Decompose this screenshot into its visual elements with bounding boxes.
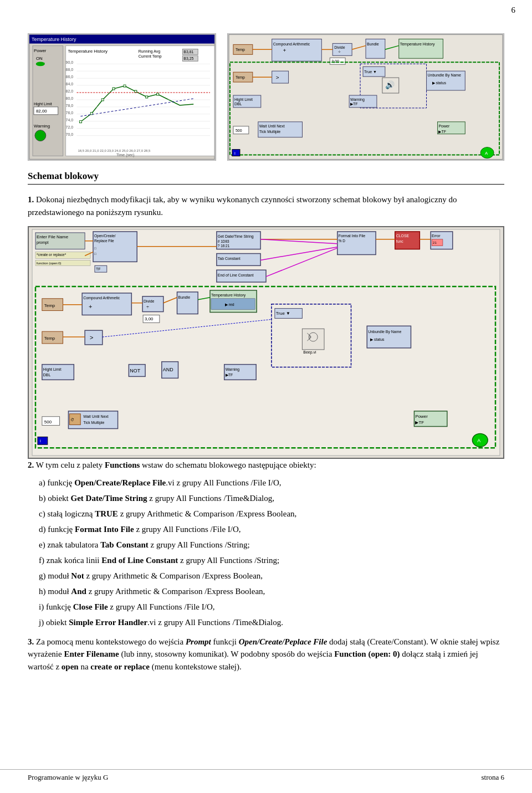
svg-text:Unbundle By Name: Unbundle By Name xyxy=(368,330,401,334)
svg-text:Temp: Temp xyxy=(44,303,55,308)
svg-text:Temperature History: Temperature History xyxy=(32,37,76,42)
svg-text:74,0: 74,0 xyxy=(66,118,74,122)
svg-text:Replace File: Replace File xyxy=(94,239,114,243)
svg-text:i: i xyxy=(40,438,41,443)
svg-text:÷: ÷ xyxy=(146,304,149,310)
svg-rect-15 xyxy=(66,46,214,156)
section-2: 2. W tym celu z palety Functions wstaw d… xyxy=(28,459,504,629)
svg-text:Open/Create/: Open/Create/ xyxy=(94,234,116,238)
svg-text:Beep.vi: Beep.vi xyxy=(303,350,316,355)
svg-text:▶ status: ▶ status xyxy=(370,337,385,341)
svg-text:21: 21 xyxy=(433,241,437,244)
svg-text:76,0: 76,0 xyxy=(66,111,74,115)
svg-text:Current Temp: Current Temp xyxy=(139,54,162,59)
svg-text:Power: Power xyxy=(438,124,449,128)
svg-rect-192 xyxy=(38,437,48,444)
svg-text:Bundle: Bundle xyxy=(367,42,379,46)
svg-text:func: func xyxy=(396,239,404,243)
svg-text:Running Avg: Running Avg xyxy=(139,49,160,54)
svg-rect-40 xyxy=(124,85,126,87)
svg-rect-36 xyxy=(79,121,81,123)
svg-text:Tick Multiple: Tick Multiple xyxy=(83,421,104,425)
svg-text:88,0: 88,0 xyxy=(66,68,74,71)
svg-text:Warning: Warning xyxy=(226,367,240,372)
svg-text:Time (sec): Time (sec) xyxy=(116,153,135,157)
list-item: d) funkcję Format Into File z grupy All … xyxy=(39,523,504,536)
svg-text:Unbundle By Name: Unbundle By Name xyxy=(428,73,462,78)
footer-left: Programowanie w języku G xyxy=(28,773,109,782)
svg-text:Hight Limit: Hight Limit xyxy=(234,98,253,102)
svg-text:78,0: 78,0 xyxy=(66,104,74,108)
svg-text:Temperature History: Temperature History xyxy=(211,293,246,298)
svg-text:÷: ÷ xyxy=(338,49,341,54)
section-header: Schemat blokowy xyxy=(28,171,504,185)
svg-rect-163 xyxy=(85,330,103,345)
svg-text:function (open:0): function (open:0) xyxy=(37,262,62,265)
svg-text:80,0: 80,0 xyxy=(66,96,74,100)
svg-text:▶TF: ▶TF xyxy=(438,130,446,134)
svg-text:*create or replace*: *create or replace* xyxy=(37,253,66,257)
svg-text:True ▼: True ▼ xyxy=(364,70,377,74)
svg-text:Temp: Temp xyxy=(44,336,55,341)
svg-rect-39 xyxy=(112,88,115,90)
svg-text:# 1D83: # 1D83 xyxy=(218,239,229,243)
list-item: j) obiekt Simple Error Handler.vi z grup… xyxy=(39,616,504,629)
svg-text:NOT: NOT xyxy=(130,368,140,374)
svg-text:A: A xyxy=(485,151,488,156)
svg-text:Format Into File: Format Into File xyxy=(339,234,366,238)
svg-rect-104 xyxy=(232,150,240,156)
svg-text:Get Date/Time String: Get Date/Time String xyxy=(218,234,254,239)
svg-text:Hight Limit: Hight Limit xyxy=(43,367,62,372)
svg-point-14 xyxy=(35,130,46,141)
instruction-1: 1. Dokonaj niezbędnych modyfikacji tak, … xyxy=(28,193,504,218)
svg-text:500: 500 xyxy=(44,419,52,424)
svg-text:Temp: Temp xyxy=(236,48,245,52)
list-item: h) moduł And z grupy Arithmetic & Compar… xyxy=(39,585,504,598)
svg-text:+: + xyxy=(89,303,92,310)
svg-text:>: > xyxy=(276,74,279,80)
svg-text:TF: TF xyxy=(96,267,100,271)
block-diagram-large: Enter File Name prompt Open/Create/ Repl… xyxy=(28,226,504,459)
svg-text:Divide: Divide xyxy=(144,299,154,303)
list-item: a) funkcję Open/Create/Replace File.vi z… xyxy=(39,476,504,489)
svg-text:Error: Error xyxy=(432,234,441,238)
svg-rect-43 xyxy=(157,93,159,95)
svg-text:Power: Power xyxy=(415,414,428,419)
block-diagram-right: Temp Compound Arithmetic + Divide ÷ 3,00… xyxy=(227,33,504,161)
svg-text:Warning: Warning xyxy=(34,124,50,129)
svg-text:82,0: 82,0 xyxy=(66,89,74,93)
svg-rect-41 xyxy=(135,90,137,93)
svg-text:% D: % D xyxy=(339,239,345,243)
svg-text:18,5  20,0  21,0  22,0  23,0  : 18,5 20,0 21,0 22,0 23,0 24,0 25,0 26,0 … xyxy=(78,149,150,152)
list-item: c) stałą logiczną TRUE z grupy Arithmeti… xyxy=(39,507,504,520)
svg-text:B3,81: B3,81 xyxy=(183,50,193,54)
svg-text:Tab Constant: Tab Constant xyxy=(218,257,241,260)
svg-text:DBL: DBL xyxy=(234,102,242,106)
svg-text:Temperature History: Temperature History xyxy=(400,42,435,47)
top-diagrams: Temperature History Power ON OFF Hight L… xyxy=(28,33,504,161)
list-item: b) obiekt Get Date/Time String z grupy A… xyxy=(39,492,504,505)
svg-rect-74 xyxy=(272,71,289,83)
svg-text:▶TF: ▶TF xyxy=(350,102,358,106)
svg-text:3,00: 3,00 xyxy=(145,316,154,321)
svg-text:B3,25: B3,25 xyxy=(183,57,193,60)
svg-text:82,00: 82,00 xyxy=(36,109,47,114)
svg-rect-168 xyxy=(302,329,324,350)
list-item: e) znak tabulatora Tab Constant z grupy … xyxy=(39,538,504,551)
svg-text:72,0: 72,0 xyxy=(66,125,74,129)
svg-point-9 xyxy=(36,62,45,66)
svg-text:90,0: 90,0 xyxy=(66,60,74,64)
svg-text:Wait Until Next: Wait Until Next xyxy=(259,124,285,128)
svg-text:Compound Arithmetic: Compound Arithmetic xyxy=(273,42,310,47)
page-number: 6 xyxy=(511,6,516,15)
list-item: g) moduł Not z grupy Arithmetic & Compar… xyxy=(39,569,504,582)
functions-list: a) funkcję Open/Create/Replace File.vi z… xyxy=(28,476,504,629)
svg-text:Power: Power xyxy=(34,48,47,53)
svg-text:Divide: Divide xyxy=(334,45,345,49)
svg-text:Temperature History: Temperature History xyxy=(68,49,108,54)
svg-text:Hight Limit: Hight Limit xyxy=(34,102,52,106)
svg-text:500: 500 xyxy=(236,129,242,132)
footer-right: strona 6 xyxy=(481,773,504,782)
svg-text:Wait Until Next: Wait Until Next xyxy=(83,415,109,418)
svg-text:True ▼: True ▼ xyxy=(276,311,290,316)
